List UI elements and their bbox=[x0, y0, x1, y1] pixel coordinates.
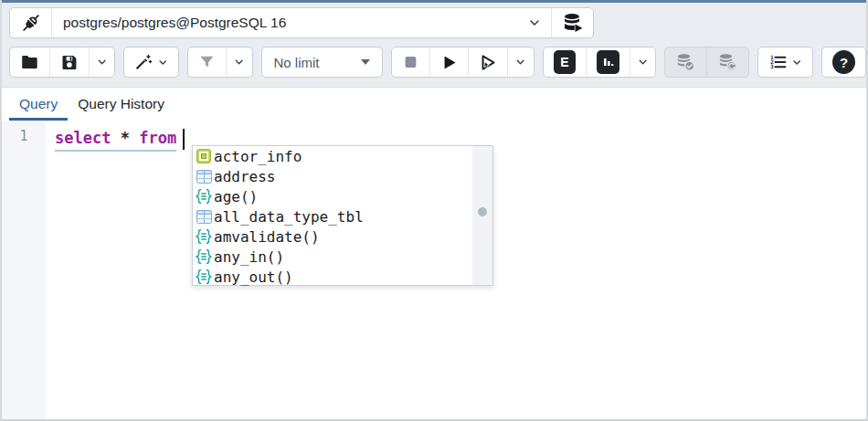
autocomplete-item-label: any_out() bbox=[214, 268, 293, 286]
function-icon bbox=[196, 268, 212, 285]
transaction-group bbox=[664, 47, 749, 78]
explain-group: E bbox=[543, 47, 657, 78]
autocomplete-list: actor_info address age() all_data_type_t… bbox=[193, 146, 472, 285]
autocomplete-item[interactable]: all_data_type_tbl bbox=[193, 206, 472, 226]
help-group: ? bbox=[821, 47, 866, 78]
explain-analyze-chart-icon bbox=[597, 50, 619, 74]
macros-group: 1 2 3 bbox=[757, 47, 813, 78]
play-icon bbox=[440, 53, 459, 72]
help-icon: ? bbox=[832, 50, 855, 74]
edit-group bbox=[123, 47, 179, 78]
connection-bar: postgres/postgres@PostgreSQL 16 bbox=[9, 7, 594, 38]
macros-button[interactable]: 1 2 3 bbox=[758, 47, 812, 77]
chevron-down-icon bbox=[791, 57, 802, 68]
query-toolbar: No limit bbox=[9, 47, 866, 78]
explain-analyze-button[interactable] bbox=[586, 47, 630, 77]
tab-query[interactable]: Query bbox=[9, 88, 68, 121]
database-new-connection-icon bbox=[562, 12, 584, 34]
macros-list-icon: 1 2 3 bbox=[768, 52, 788, 72]
help-button[interactable]: ? bbox=[822, 47, 865, 77]
rollback-button[interactable] bbox=[706, 47, 748, 77]
autocomplete-item-label: amvalidate() bbox=[214, 228, 320, 246]
function-icon bbox=[196, 188, 212, 205]
execute-options-chevron[interactable] bbox=[507, 47, 533, 77]
connection-status bbox=[10, 8, 52, 37]
svg-text:3: 3 bbox=[770, 64, 774, 69]
chevron-down-icon bbox=[96, 56, 108, 68]
filter-icon bbox=[198, 53, 216, 71]
stop-icon bbox=[402, 53, 419, 71]
commit-button[interactable] bbox=[665, 47, 706, 77]
scrollbar-thumb[interactable] bbox=[478, 207, 487, 216]
chevron-down-icon bbox=[233, 56, 245, 68]
tab-query-history[interactable]: Query History bbox=[68, 88, 175, 121]
autocomplete-item-label: any_in() bbox=[214, 248, 284, 266]
autocomplete-item[interactable]: address bbox=[193, 166, 472, 186]
sql-statement: select * from bbox=[55, 126, 176, 152]
filter-group bbox=[187, 47, 252, 78]
query-tool-header: postgres/postgres@PostgreSQL 16 bbox=[2, 3, 866, 87]
edit-menu-button[interactable] bbox=[124, 47, 178, 77]
select-caret-icon bbox=[361, 59, 370, 65]
execute-script-icon bbox=[479, 53, 497, 72]
save-icon bbox=[60, 53, 79, 72]
connection-dropdown[interactable]: postgres/postgres@PostgreSQL 16 bbox=[52, 8, 551, 37]
chevron-down-icon bbox=[527, 16, 542, 30]
sql-operator: * bbox=[121, 129, 130, 147]
code-line-1: select * from bbox=[55, 126, 185, 152]
commit-icon bbox=[675, 51, 696, 73]
row-limit-select[interactable]: No limit bbox=[261, 47, 383, 78]
autocomplete-item[interactable]: actor_info bbox=[193, 146, 472, 166]
open-file-button[interactable] bbox=[10, 47, 49, 77]
autocomplete-scrollbar[interactable] bbox=[472, 146, 492, 285]
save-options-chevron[interactable] bbox=[89, 47, 114, 77]
sql-keyword: select bbox=[55, 129, 111, 147]
rollback-icon bbox=[717, 51, 738, 73]
execute-group bbox=[391, 47, 535, 78]
save-file-button[interactable] bbox=[49, 47, 89, 77]
autocomplete-item[interactable]: age() bbox=[193, 186, 472, 206]
filter-options-chevron[interactable] bbox=[226, 47, 251, 77]
tab-query-history-label: Query History bbox=[78, 96, 164, 112]
autocomplete-popup: actor_info address age() all_data_type_t… bbox=[192, 145, 493, 286]
explain-options-chevron[interactable] bbox=[630, 47, 655, 77]
connection-name: postgres/postgres@PostgreSQL 16 bbox=[63, 15, 527, 31]
autocomplete-item-label: all_data_type_tbl bbox=[214, 208, 364, 226]
execute-script-button[interactable] bbox=[468, 47, 507, 77]
query-tool-window: postgres/postgres@PostgreSQL 16 bbox=[0, 0, 868, 421]
explain-button[interactable]: E bbox=[544, 47, 587, 77]
magic-wand-icon bbox=[134, 53, 153, 72]
autocomplete-item[interactable]: any_out() bbox=[193, 267, 472, 287]
table-icon bbox=[196, 170, 212, 184]
editor-tabbar: Query Query History bbox=[2, 87, 866, 121]
chevron-down-icon bbox=[514, 56, 526, 68]
autocomplete-item-label: age() bbox=[214, 188, 258, 205]
chevron-down-icon bbox=[637, 56, 649, 68]
autocomplete-item[interactable]: any_in() bbox=[193, 247, 472, 267]
stop-button[interactable] bbox=[392, 47, 429, 77]
text-cursor bbox=[183, 129, 185, 150]
row-limit-value: No limit bbox=[274, 55, 320, 70]
line-number: 1 bbox=[2, 128, 46, 144]
function-icon bbox=[196, 228, 212, 245]
autocomplete-item-label: address bbox=[214, 168, 275, 185]
sql-keyword: from bbox=[139, 129, 176, 147]
tab-query-label: Query bbox=[19, 96, 58, 112]
autocomplete-item[interactable]: amvalidate() bbox=[193, 226, 472, 247]
function-icon bbox=[196, 248, 212, 265]
line-number-gutter: 1 bbox=[2, 121, 46, 421]
folder-open-icon bbox=[20, 52, 39, 72]
filter-button[interactable] bbox=[188, 47, 226, 77]
chevron-down-icon bbox=[157, 57, 168, 68]
autocomplete-item-label: actor_info bbox=[214, 148, 302, 165]
view-icon bbox=[196, 149, 211, 163]
execute-button[interactable] bbox=[429, 47, 469, 77]
table-icon bbox=[196, 210, 212, 224]
plug-disconnected-icon bbox=[21, 13, 41, 33]
file-group bbox=[9, 47, 115, 78]
new-connection-button[interactable] bbox=[551, 8, 593, 37]
explain-icon: E bbox=[554, 50, 577, 74]
